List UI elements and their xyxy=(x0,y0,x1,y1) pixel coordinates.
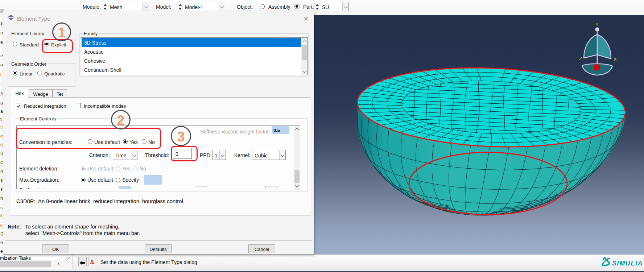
svg-text:Z: Z xyxy=(579,56,582,61)
svg-text:SIMULIA: SIMULIA xyxy=(612,260,643,267)
svg-text:Y: Y xyxy=(595,22,599,27)
svg-text:X: X xyxy=(614,57,617,62)
